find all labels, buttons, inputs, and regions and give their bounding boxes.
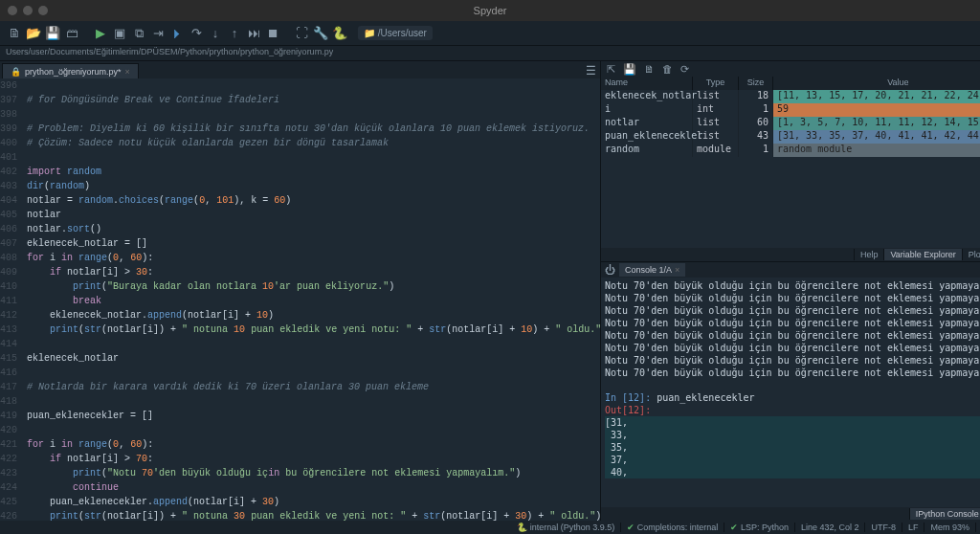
python-icon: 🐍 [517, 523, 527, 532]
maximize-icon[interactable] [38, 6, 48, 15]
ve-cell-value: 59 [773, 103, 980, 117]
col-name[interactable]: Name [601, 77, 693, 90]
line-gutter: 396 397 398 399 400 401 402 403 404 405 … [0, 78, 21, 521]
open-file-icon[interactable]: 📂 [25, 25, 42, 42]
ve-cell-size: 1 [739, 144, 773, 157]
ve-cell-name: eklenecek_notlar [601, 90, 693, 103]
ve-cell-type: list [693, 117, 739, 130]
save-all-icon[interactable]: 🗃 [63, 25, 80, 42]
col-size[interactable]: Size [739, 77, 773, 90]
col-value[interactable]: Value [773, 77, 980, 90]
ve-cell-type: int [693, 103, 739, 117]
ve-cell-name: random [601, 144, 693, 157]
stop-icon[interactable]: ⏹ [264, 25, 281, 42]
ve-header-row: Name Type Size Value [601, 77, 980, 90]
breadcrumb: Users/user/Documents/Eğitimlerim/DPÜSEM/… [0, 46, 980, 61]
import-icon[interactable]: ⇱ [607, 63, 615, 76]
ve-cell-value: random module [773, 144, 980, 157]
status-lsp[interactable]: ✔ LSP: Python [724, 523, 795, 532]
status-encoding: UTF-8 [865, 523, 902, 532]
panel-tab[interactable]: Plots [962, 249, 980, 260]
status-completions[interactable]: ✔ Completions: internal [621, 523, 724, 532]
main-area: 🔒 prython_öğreniyorum.py* × ☰ 396 397 39… [0, 61, 980, 521]
run-selection-icon[interactable]: ⇥ [149, 25, 167, 42]
check-icon: ✔ [730, 523, 738, 532]
ve-row[interactable]: randommodule1random module [601, 144, 980, 157]
status-interpreter[interactable]: 🐍 internal (Python 3.9.5) [511, 523, 621, 532]
panel-tab[interactable]: Variable Explorer [883, 249, 961, 260]
console-tabs: ⏻ Console 1/A × ☰ [601, 262, 980, 278]
editor-pane: 🔒 prython_öğreniyorum.py* × ☰ 396 397 39… [0, 61, 601, 521]
maximize-pane-icon[interactable]: ⛶ [293, 25, 310, 42]
check-icon: ✔ [627, 523, 635, 532]
close-icon[interactable]: × [675, 265, 679, 275]
console-tab[interactable]: Console 1/A × [619, 263, 685, 277]
ve-cell-size: 1 [739, 103, 773, 117]
ve-cell-size: 60 [739, 117, 773, 130]
ve-row[interactable]: puan_ekleneceklerlist43[31, 33, 35, 37, … [601, 130, 980, 144]
console-pane: ⏻ Console 1/A × ☰ Notu 70'den büyük oldu… [601, 262, 980, 521]
main-toolbar: 🗎 📂 💾 🗃 ▶ ▣ ⧉ ⇥ ⏵ ↷ ↓ ↑ ⏭ ⏹ ⛶ 🔧 🐍 📁 /Use… [0, 21, 980, 46]
ve-cell-name: i [601, 103, 693, 117]
window-title: Spyder [474, 5, 507, 16]
close-icon[interactable] [8, 6, 17, 15]
col-type[interactable]: Type [693, 77, 739, 90]
python-path-icon[interactable]: 🐍 [331, 25, 348, 42]
close-icon[interactable]: × [125, 67, 130, 77]
editor-tab[interactable]: 🔒 prython_öğreniyorum.py* × [2, 63, 139, 78]
save-data-icon[interactable]: 💾 [623, 63, 636, 76]
ve-row[interactable]: iint159 [601, 103, 980, 117]
ve-cell-type: list [693, 90, 739, 103]
minimize-icon[interactable] [23, 6, 33, 15]
step-over-icon[interactable]: ↷ [188, 25, 205, 42]
working-dir-path: /Users/user [378, 28, 427, 38]
window-controls [8, 6, 48, 15]
tab-lock-icon: 🔒 [11, 67, 21, 77]
step-into-icon[interactable]: ↓ [207, 25, 224, 42]
ve-cell-value: [31, 33, 35, 37, 40, 41, 41, 42, 44, 45,… [773, 130, 980, 144]
new-file-icon[interactable]: 🗎 [6, 25, 23, 42]
kernel-restart-icon[interactable]: ⏻ [605, 264, 615, 276]
status-cursor: Line 432, Col 2 [795, 523, 866, 532]
tab-label: prython_öğreniyorum.py* [25, 67, 122, 77]
run-cell-advance-icon[interactable]: ⧉ [130, 25, 147, 42]
status-mem: Mem 93% [924, 523, 976, 532]
titlebar: Spyder [0, 0, 980, 21]
ve-cell-value: [1, 3, 5, 7, 10, 11, 11, 12, 14, 15, …] [773, 117, 980, 130]
preferences-icon[interactable]: 🔧 [312, 25, 329, 42]
ve-cell-name: notlar [601, 117, 693, 130]
code-area[interactable]: # for Döngüsünde Break ve Continue İfade… [21, 78, 600, 521]
editor-body[interactable]: 396 397 398 399 400 401 402 403 404 405 … [0, 78, 600, 521]
right-pane: ⇱ 💾 🗎 🗑 ⟳ ☰ Name Type Size Value eklenec… [601, 61, 980, 521]
run-cell-icon[interactable]: ▣ [111, 25, 128, 42]
console-tab-label: Console 1/A [625, 265, 672, 275]
continue-icon[interactable]: ⏭ [245, 25, 262, 42]
ve-cell-value: [11, 13, 15, 17, 20, 21, 21, 22, 24, 25,… [773, 90, 980, 103]
step-out-icon[interactable]: ↑ [226, 25, 243, 42]
ve-cell-size: 43 [739, 130, 773, 144]
editor-tabs: 🔒 prython_öğreniyorum.py* × ☰ [0, 61, 600, 78]
folder-icon: 📁 [364, 28, 375, 38]
hamburger-icon[interactable]: ☰ [586, 64, 596, 78]
ve-row[interactable]: eklenecek_notlarlist18[11, 13, 15, 17, 2… [601, 90, 980, 103]
save-icon[interactable]: 💾 [44, 25, 61, 42]
debug-icon[interactable]: ⏵ [168, 25, 186, 42]
ve-rows: eklenecek_notlarlist18[11, 13, 15, 17, 2… [601, 90, 980, 248]
ve-cell-name: puan_eklenecekler [601, 130, 693, 144]
ve-row[interactable]: notlarlist60[1, 3, 5, 7, 10, 11, 11, 12,… [601, 117, 980, 130]
statusbar: 🐍 internal (Python 3.9.5) ✔ Completions:… [0, 521, 980, 534]
working-dir[interactable]: 📁 /Users/user [358, 26, 433, 40]
ve-bottom-tabs: HelpVariable ExplorerPlotsFiles [601, 248, 980, 261]
refresh-icon[interactable]: ⟳ [680, 63, 689, 76]
panel-tab[interactable]: Help [854, 249, 884, 260]
delete-all-icon[interactable]: 🗑 [662, 63, 673, 75]
save-as-icon[interactable]: 🗎 [644, 63, 655, 75]
ve-toolbar: ⇱ 💾 🗎 🗑 ⟳ ☰ [601, 61, 980, 77]
panel-tab[interactable]: IPython Console [909, 508, 980, 520]
ve-cell-type: list [693, 130, 739, 144]
status-eol: LF [902, 523, 925, 532]
run-icon[interactable]: ▶ [92, 25, 109, 42]
console-output[interactable]: Notu 70'den büyük olduğu için bu öğrenci… [601, 278, 980, 507]
variable-explorer: ⇱ 💾 🗎 🗑 ⟳ ☰ Name Type Size Value eklenec… [601, 61, 980, 262]
ve-cell-type: module [693, 144, 739, 157]
